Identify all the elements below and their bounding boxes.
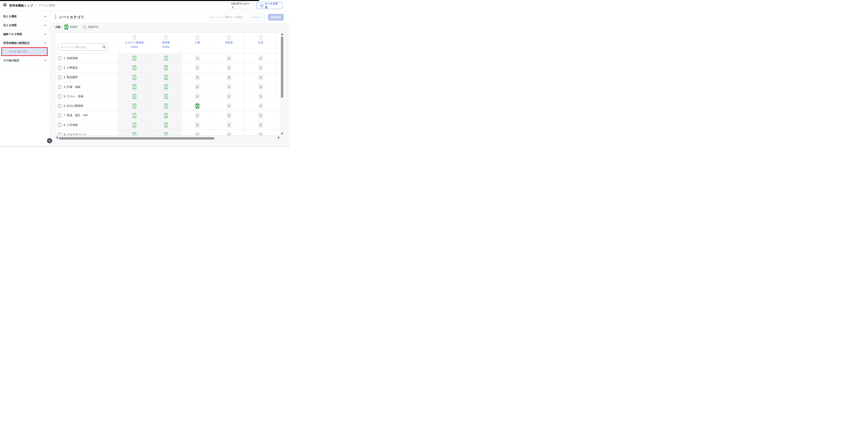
- save-settings-button[interactable]: 設定保存: [268, 14, 284, 21]
- not-allowed-cell[interactable]: [245, 111, 277, 120]
- allowed-cell[interactable]: [119, 82, 150, 91]
- chevron-down-icon: [44, 16, 46, 17]
- allowed-cell[interactable]: [119, 130, 150, 136]
- window-top-artifact: [0, 0, 259, 1]
- sidebar-item-admin-scope[interactable]: 管理者機能の範囲設定: [0, 38, 50, 48]
- allowed-cell[interactable]: [150, 130, 182, 136]
- not-allowed-cell[interactable]: [245, 73, 277, 82]
- not-allowed-cell[interactable]: [245, 82, 277, 91]
- allowed-cell[interactable]: [119, 92, 150, 101]
- column-header-division-head: 本部長: [213, 33, 245, 53]
- column-link[interactable]: 管理者 (Adm): [162, 41, 170, 49]
- not-allowed-cell[interactable]: [213, 130, 245, 136]
- not-allowed-cell[interactable]: [182, 54, 213, 63]
- not-allowed-cell[interactable]: [245, 101, 277, 111]
- sidebar-item-visible-info[interactable]: 見える情報: [0, 21, 50, 30]
- column-link[interactable]: カオナビ管理者 (Adm): [125, 41, 144, 49]
- not-allowed-cell[interactable]: [213, 73, 245, 82]
- column-link[interactable]: 社長: [258, 41, 264, 45]
- allowed-cell[interactable]: [150, 63, 182, 72]
- column-link[interactable]: 本部長: [225, 41, 233, 45]
- row-checkbox[interactable]: [58, 85, 61, 89]
- row-checkbox[interactable]: [58, 132, 61, 136]
- row-checkbox[interactable]: [58, 94, 61, 98]
- sidebar-item-label: 管理者機能の範囲設定: [3, 41, 30, 45]
- not-allowed-icon: [195, 113, 199, 118]
- column-checkbox[interactable]: [164, 36, 167, 39]
- not-allowed-cell[interactable]: [213, 82, 245, 91]
- not-allowed-cell[interactable]: [245, 92, 277, 101]
- not-allowed-cell[interactable]: [213, 92, 245, 101]
- column-checkbox[interactable]: [227, 36, 230, 39]
- not-allowed-cell[interactable]: [182, 111, 213, 120]
- row-checkbox[interactable]: [58, 114, 61, 117]
- not-allowed-cell[interactable]: [245, 130, 277, 136]
- allowed-icon: [164, 104, 168, 109]
- sidebar-item-editable-info[interactable]: 編集できる情報: [0, 30, 50, 38]
- not-allowed-cell[interactable]: [182, 73, 213, 82]
- legend-not-allowed-text: 利用不可: [88, 25, 98, 29]
- not-allowed-cell[interactable]: [182, 130, 213, 136]
- scroll-left-arrow[interactable]: [56, 136, 58, 139]
- scroll-right-arrow[interactable]: [278, 136, 280, 139]
- allowed-cell[interactable]: [150, 101, 182, 111]
- not-allowed-cell[interactable]: [245, 54, 277, 63]
- breadcrumb-root[interactable]: 管理者機能トップ: [9, 4, 33, 7]
- row-checkbox[interactable]: [58, 56, 61, 60]
- clipped-cell: [277, 101, 280, 111]
- allowed-cell[interactable]: [119, 101, 150, 111]
- csv-download-button[interactable]: CSVダウンロード: [227, 2, 254, 9]
- vertical-scrollbar-thumb[interactable]: [281, 36, 283, 98]
- allowed-cell[interactable]: [150, 120, 182, 130]
- scroll-down-arrow[interactable]: [281, 133, 284, 135]
- not-allowed-cell[interactable]: [182, 92, 213, 101]
- horizontal-scrollbar-thumb[interactable]: [59, 137, 215, 140]
- not-allowed-cell[interactable]: [182, 82, 213, 91]
- sidebar-subitem-sheet-category-active[interactable]: シートカテゴリ: [1, 47, 48, 56]
- allowed-cell[interactable]: [119, 111, 150, 120]
- reset-button[interactable]: リセット: [249, 14, 265, 21]
- not-allowed-cell[interactable]: [182, 120, 213, 130]
- search-icon[interactable]: [101, 44, 107, 51]
- scroll-up-arrow[interactable]: [281, 33, 284, 35]
- allowed-icon: [132, 132, 136, 136]
- column-link[interactable]: 人事: [195, 41, 200, 45]
- row-checkbox[interactable]: [58, 75, 61, 79]
- not-allowed-cell[interactable]: [245, 120, 277, 130]
- allowed-cell[interactable]: [150, 73, 182, 82]
- sidebar-item-other-settings[interactable]: その他の設定: [0, 56, 50, 65]
- sidebar-item-usable-features[interactable]: 使える機能: [0, 12, 50, 21]
- sheet-category-name: 2. 人事面談: [64, 66, 78, 69]
- allowed-cell[interactable]: [150, 92, 182, 101]
- not-allowed-cell[interactable]: [182, 63, 213, 72]
- allowed-cell[interactable]: [119, 63, 150, 72]
- breadcrumb: 管理者機能トップ アクセス管理: [0, 3, 55, 8]
- allowed-cell[interactable]: [119, 120, 150, 130]
- column-checkbox[interactable]: [133, 36, 136, 39]
- not-allowed-cell[interactable]: [213, 54, 245, 63]
- bulk-action-button[interactable]: チェックした箇所を一括操作: [206, 14, 246, 21]
- allowed-cell[interactable]: [119, 73, 150, 82]
- row-checkbox[interactable]: [58, 123, 61, 127]
- allowed-cell[interactable]: [119, 54, 150, 63]
- column-checkbox[interactable]: [196, 36, 199, 39]
- not-allowed-icon: [259, 84, 263, 90]
- allowed-cell[interactable]: [150, 82, 182, 91]
- sidebar-collapse-button[interactable]: [47, 138, 52, 143]
- allowed-icon: [164, 56, 168, 61]
- not-allowed-cell[interactable]: [213, 63, 245, 72]
- not-allowed-cell[interactable]: [245, 63, 277, 72]
- allowed-active-icon: [195, 104, 199, 109]
- row-checkbox[interactable]: [58, 104, 61, 108]
- not-allowed-cell[interactable]: [213, 120, 245, 130]
- row-checkbox[interactable]: [58, 66, 61, 70]
- allowed-active-cell[interactable]: [182, 101, 213, 111]
- search-input[interactable]: [58, 46, 101, 49]
- allowed-cell[interactable]: [150, 111, 182, 120]
- not-allowed-cell[interactable]: [213, 111, 245, 120]
- allowed-cell[interactable]: [150, 54, 182, 63]
- column-checkbox[interactable]: [259, 36, 262, 39]
- not-allowed-cell[interactable]: [213, 101, 245, 111]
- table-row: 3. 勤怠履歴: [55, 73, 280, 82]
- create-role-button[interactable]: ロールを作成: [256, 2, 282, 9]
